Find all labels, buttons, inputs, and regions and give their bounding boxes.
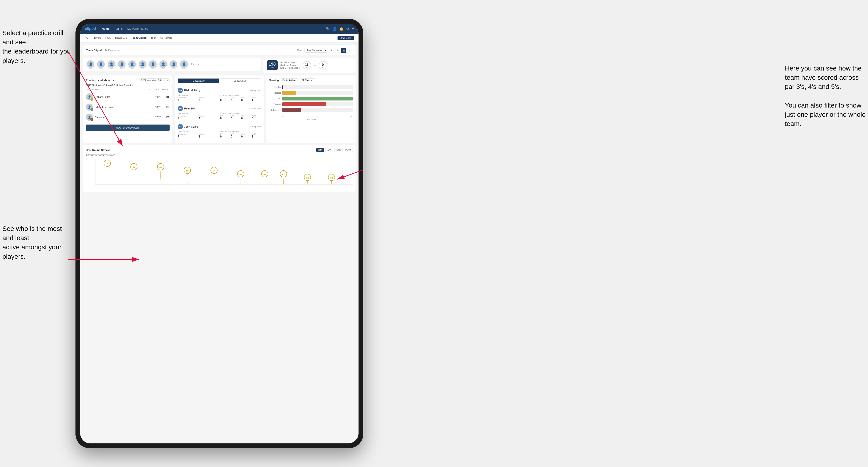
bar-dbogeys: D. Bogeys + 131: [269, 108, 353, 112]
lb-name-1[interactable]: Richard Butler: [95, 96, 151, 98]
nav-home[interactable]: Home: [102, 27, 110, 30]
streaks-tab-putt[interactable]: PUTT: [344, 148, 353, 152]
avatar-3[interactable]: 👤: [107, 60, 116, 68]
avatar-5[interactable]: 👤: [128, 60, 136, 68]
tab-team-clippd[interactable]: Team Clippd: [131, 36, 147, 40]
annotation-bottom-left: See who is the most and leastactive amon…: [2, 224, 73, 261]
tab-pga[interactable]: PGA: [105, 36, 111, 40]
avatar-6[interactable]: 👤: [138, 60, 147, 68]
avatar-10[interactable]: 👤: [180, 60, 188, 68]
pac-practice-1: Total Practice Activities OTT 0 APP 0: [220, 94, 261, 102]
eagles-fill: [282, 85, 283, 89]
lb-avatar-1: 👤 1: [86, 93, 93, 100]
user-avatar-icon[interactable]: ▾: [352, 27, 354, 31]
lb-row-3: 👤 3 Cameron... 17/20 103: [86, 112, 169, 122]
view-grid-md-icon[interactable]: ⊟: [335, 48, 340, 53]
person-icon[interactable]: 👤: [333, 27, 337, 31]
avatar-9[interactable]: 👤: [169, 60, 178, 68]
pac-avatar-2: RB: [178, 106, 183, 111]
tab-all-players[interactable]: All Players: [160, 36, 173, 40]
view-grid-lg-icon[interactable]: ▦: [341, 48, 346, 53]
dbogeys-label: D. Bogeys +: [269, 109, 281, 111]
avatar-4[interactable]: 👤: [118, 60, 126, 68]
settings-icon[interactable]: ⚙: [346, 27, 349, 31]
streaks-tab-arg[interactable]: ARG: [334, 148, 343, 152]
navbar-icons: 🔍 👤 🔔 ⚙ ▾: [326, 27, 354, 31]
lb-avg-1: 110: [163, 96, 169, 98]
lb-drill-dropdown[interactable]: PUTT Must Make Putting... ▾: [139, 78, 169, 82]
edit-icon[interactable]: ✏: [118, 49, 120, 52]
best-round-streaks-panel: Best Round Streaks OTT APP ARG PUTT Off …: [83, 145, 356, 192]
shot-dist-badge: 198 yds: [267, 60, 278, 70]
tab-pgat[interactable]: PGAT Players: [85, 36, 101, 40]
nav-teams[interactable]: Teams: [114, 27, 122, 30]
avatar-2[interactable]: 👤: [97, 60, 105, 68]
date-filter-dropdown[interactable]: Last 3 months: [305, 48, 328, 53]
svg-text:5x: 5x: [213, 169, 215, 172]
view-grid-sm-icon[interactable]: ⊞: [329, 48, 334, 53]
shot-dist-unit: yds: [269, 67, 276, 69]
lb-row-2: 👤 2 Edward Crossman 18/20 107: [86, 102, 169, 112]
tab-tour[interactable]: Tour: [151, 36, 156, 40]
subnav: PGAT Players PGA Hcaps 1-5 Team Clippd T…: [80, 34, 359, 42]
svg-text:4x: 4x: [282, 173, 285, 176]
streaks-tab-app[interactable]: APP: [325, 148, 333, 152]
most-active-panel: Most Active Least Active BM Blair McHarg…: [175, 75, 264, 143]
pac-avatar-3: JC: [178, 124, 183, 129]
avatar-1[interactable]: 👤: [86, 60, 95, 68]
annotation-top-right: Here you can see how theteam have scored…: [785, 64, 866, 128]
pac-rounds-1: Total Rounds Tournament 7 Practice 6: [178, 94, 219, 102]
team-header: Team Clippd | 14 Players ✏ Show: Last 3 …: [83, 45, 356, 55]
player-filter-dropdown[interactable]: All Players ▾: [300, 78, 315, 82]
shot-dist-number: 198: [269, 62, 276, 67]
pac-name-3: JC Josh Coles: [178, 124, 198, 129]
scoring-header: Scoring Par 3, 4 & 5s ▾ All Players ▾: [269, 78, 353, 82]
eagles-label: Eagles: [269, 86, 281, 88]
tab-hcaps[interactable]: Hcaps 1-5: [115, 36, 127, 40]
bogeys-track: 311: [282, 102, 353, 106]
streaks-tabs: OTT APP ARG PUTT: [316, 148, 353, 152]
svg-text:3x: 3x: [306, 177, 309, 179]
view-list-icon[interactable]: ≡: [347, 48, 352, 53]
lb-avg-2: 107: [163, 106, 169, 108]
pac-header-2: RB Rees Britt 02 Sep 2023: [178, 106, 261, 111]
lb-panel-header: Practice Leaderboards PUTT Must Make Put…: [86, 78, 169, 82]
main-content: Team Clippd | 14 Players ✏ Show: Last 3 …: [80, 42, 359, 443]
least-active-tab[interactable]: Least Active: [219, 79, 261, 83]
pac-avatar-1: BM: [178, 88, 183, 93]
avatar-8[interactable]: 👤: [159, 60, 167, 68]
shot-circle-1: 16 yds: [303, 61, 311, 69]
pac-date-3: 26 Aug 2023: [249, 125, 261, 128]
pac-header-1: BM Blair McHarg 26 Aug 2023: [178, 88, 261, 93]
add-team-button[interactable]: Add Team: [338, 36, 354, 40]
team-title: Team Clippd: [86, 49, 102, 52]
par-filter-dropdown[interactable]: Par 3, 4 & 5s ▾: [281, 78, 298, 82]
streaks-subtitle: Off The Tee, Fairway Accuracy: [86, 154, 353, 156]
view-full-leaderboard-button[interactable]: View Full Leaderboard: [86, 125, 169, 131]
most-active-tab[interactable]: Most Active: [178, 79, 219, 83]
tablet-screen: clippd Home Teams My Performance 🔍 👤 🔔 ⚙…: [80, 24, 359, 443]
streaks-tab-ott[interactable]: OTT: [316, 148, 324, 152]
nav-my-performance[interactable]: My Performance: [127, 27, 148, 30]
bar-bogeys: Bogeys 311: [269, 102, 353, 106]
start-lie: Start Lie: Rough: [280, 64, 300, 66]
end-lie: End Lie: In The Hole: [280, 67, 300, 69]
bell-icon[interactable]: 🔔: [339, 27, 343, 31]
search-icon[interactable]: 🔍: [326, 27, 330, 31]
brand-logo: clippd: [85, 27, 96, 31]
view-icons: ⊞ ⊟ ▦ ≡: [329, 48, 352, 53]
scoring-panel: Scoring Par 3, 4 & 5s ▾ All Players ▾ Ea…: [266, 75, 356, 143]
lb-name-2[interactable]: Edward Crossman: [95, 106, 151, 108]
team-info: Team Clippd | 14 Players ✏: [86, 49, 120, 52]
lb-avatar-2: 👤 2: [86, 103, 93, 111]
shot-circles: 16 yds → 0 yds: [303, 61, 327, 69]
navbar-links: Home Teams My Performance: [102, 27, 326, 30]
eagles-track: 3: [282, 85, 353, 89]
pac-date-1: 26 Aug 2023: [249, 89, 261, 92]
avatar-7[interactable]: 👤: [149, 60, 157, 68]
pac-date-2: 02 Sep 2023: [249, 107, 261, 110]
lb-col-headers: PLAYER NAME PB SCORE PB AVG SQ: [86, 88, 169, 90]
dbogeys-track: 131: [282, 108, 353, 112]
lb-name-3[interactable]: Cameron...: [95, 116, 151, 119]
x-axis: 0 200 400: [269, 116, 353, 118]
